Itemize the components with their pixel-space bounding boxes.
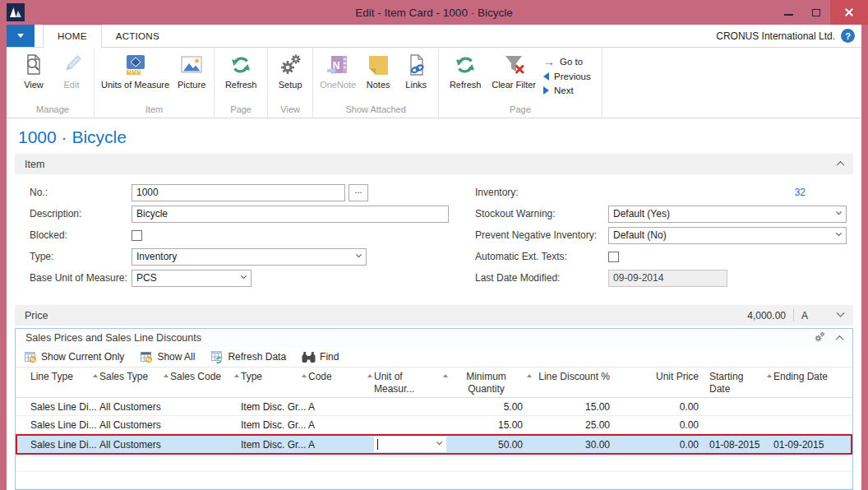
column-header-line-type[interactable]: Line Type [30,371,99,396]
setup-button[interactable]: Setup [272,50,308,90]
page-title: 1000 · Bicycle [18,127,853,147]
type-select[interactable]: Inventory [132,248,367,266]
item-fields: No.: ... Description: Blocked: Type: Inv… [15,174,853,297]
sales-grid-row[interactable]: Sales Line Di... All Customers Item Disc… [16,398,852,416]
sales-grid-empty-row [16,455,852,472]
goto-button[interactable]: → Go to [540,53,598,69]
show-all-button[interactable]: % Show All [140,350,195,363]
inventory-value-link[interactable]: 32 [608,187,806,198]
automatic-ext-texts-label: Automatic Ext. Texts: [475,251,608,262]
show-current-only-button[interactable]: % Show Current Only [24,350,124,363]
group-label-manage: Manage [16,104,90,118]
edit-button[interactable]: Edit [53,50,90,90]
previous-button[interactable]: Previous [540,69,598,83]
onenote-label: OneNote [320,80,356,90]
stockout-warning-select[interactable]: Default (Yes) [608,206,847,223]
column-header-sales-code[interactable]: Sales Code [170,371,241,396]
application-menu-button[interactable] [7,25,35,47]
no-field[interactable] [132,184,345,201]
chevron-down-icon [241,273,247,279]
svg-text:%: % [146,357,151,363]
ribbon-group-manage: View Edit Manage [12,48,95,118]
picture-icon [178,52,205,78]
refresh-page-button[interactable]: Refresh [443,50,487,90]
notes-button[interactable]: Notes [360,50,396,90]
item-section-title: Item [25,159,44,170]
help-icon[interactable]: ? [841,29,855,43]
assist-edit-button[interactable]: ... [349,184,368,201]
last-date-modified-field [608,270,727,287]
automatic-ext-texts-checkbox[interactable] [608,252,619,262]
links-button[interactable]: Links [398,50,434,90]
column-header-unit-of-measure[interactable]: Unit of Measur... [374,371,450,396]
blocked-checkbox[interactable] [132,230,142,241]
maximize-icon [812,9,820,16]
expand-chevron-icon[interactable] [837,309,845,317]
units-of-measure-button[interactable]: Units of Measure [99,50,172,90]
cell-sales-type: All Customers [99,419,170,431]
refresh-button[interactable]: Refresh [219,50,263,90]
chevron-down-icon [836,230,842,236]
group-label-view: View [272,104,308,118]
close-button[interactable] [830,0,868,25]
column-header-ending-date[interactable]: Ending Date [773,371,849,396]
tab-home[interactable]: HOME [43,25,102,48]
sales-section-header[interactable]: Sales Prices and Sales Line Discounts [16,329,852,348]
show-all-label: Show All [157,351,195,363]
find-button[interactable]: Find [302,351,339,363]
maximize-button[interactable] [802,0,830,25]
next-button[interactable]: Next [540,83,598,97]
chevron-down-icon [836,209,842,215]
base-uom-select[interactable]: PCS [132,270,252,287]
previous-arrow-icon [543,72,549,81]
prevent-negative-inventory-select[interactable]: Default (No) [608,227,847,244]
view-button-label: View [24,80,44,90]
sort-ascending-icon [302,374,307,377]
next-arrow-icon [543,86,549,95]
onenote-button[interactable]: N OneNote [317,50,358,90]
divider [793,309,794,321]
cell-ending-date: 01-09-2015 [773,439,849,451]
refresh-data-button[interactable]: Refresh Data [210,350,286,363]
chevron-down-icon [436,439,442,445]
chevron-down-icon [356,252,362,257]
grid-percent-icon: % [24,350,37,363]
prevent-negative-inventory-value: Default (No) [613,229,667,241]
description-field[interactable] [132,206,449,223]
sales-grid-row[interactable]: Sales Line Di... All Customers Item Disc… [16,416,852,434]
cell-line-type: Sales Line Di... [30,439,99,451]
settings-gears-icon[interactable] [813,331,826,346]
collapse-chevron-icon[interactable] [836,335,844,344]
unit-of-measure-combobox[interactable] [374,437,446,452]
column-header-starting-date[interactable]: Starting Date [709,371,773,396]
no-label: No.: [30,187,132,198]
sales-toolbar: % Show Current Only % Show All Refresh D… [16,348,852,368]
group-label-page2: Page [443,104,598,118]
column-header-line-discount[interactable]: Line Discount % [533,371,621,396]
tab-actions[interactable]: ACTIONS [102,25,173,47]
view-button[interactable]: View [16,50,52,90]
column-header-sales-type[interactable]: Sales Type [99,371,170,396]
sort-ascending-icon [443,374,448,377]
sales-grid-row-selected[interactable]: Sales Line Di... All Customers Item Disc… [16,434,852,455]
ribbon-group-view: Setup View [268,48,313,118]
column-header-type[interactable]: Type [241,371,308,396]
text-cursor [377,439,378,450]
sort-ascending-icon [234,374,239,377]
price-section-header[interactable]: Price 4,000.00 A [15,305,853,326]
column-header-code[interactable]: Code [308,371,374,396]
clear-filter-button[interactable]: Clear Filter [489,50,538,90]
ribbon-group-page1: Refresh Page [215,48,268,118]
item-section-header[interactable]: Item [15,154,853,174]
picture-button[interactable]: Picture [173,50,210,90]
minimize-button[interactable] [774,0,802,25]
cell-minimum-quantity: 15.00 [450,419,533,431]
close-icon [844,7,854,17]
column-header-unit-price[interactable]: Unit Price [621,371,709,396]
binoculars-icon [302,351,316,363]
ribbon-tab-row: HOME ACTIONS CRONUS International Ltd. ? [7,25,861,48]
notes-sticky-icon [365,52,391,78]
column-header-minimum-quantity[interactable]: Minimum Quantity [450,371,533,396]
refresh-label: Refresh [225,80,257,90]
collapse-chevron-icon[interactable] [837,161,845,169]
